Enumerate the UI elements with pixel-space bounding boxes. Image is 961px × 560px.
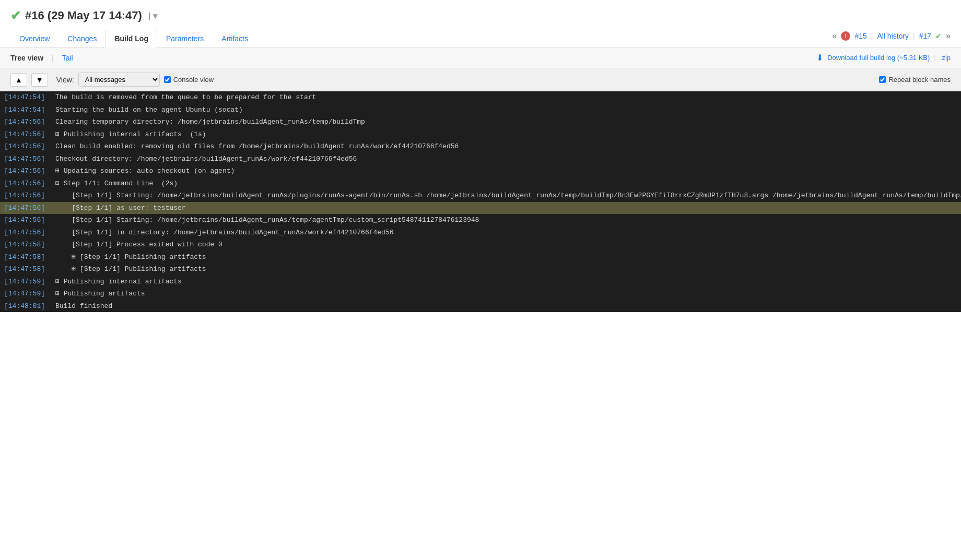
log-timestamp: [14:47:56] bbox=[4, 166, 51, 176]
log-line: [14:47:54]Starting the build on the agen… bbox=[0, 104, 961, 116]
log-content-text: ⊞ Publishing internal artifacts bbox=[55, 277, 182, 287]
log-timestamp: [14:47:58] bbox=[4, 264, 51, 275]
download-icon: ⬇ bbox=[816, 53, 823, 63]
log-timestamp: [14:47:56] bbox=[4, 117, 51, 127]
log-timestamp: [14:47:58] bbox=[4, 240, 51, 250]
log-line: [14:47:56] [Step 1/1] in directory: /hom… bbox=[0, 227, 961, 239]
build-navigation: « ! #15 | All history | #17 ✔ » bbox=[833, 31, 951, 45]
nav-separator-1: | bbox=[871, 32, 873, 40]
log-content-text: ⊞ Publishing artifacts bbox=[55, 289, 145, 299]
log-content-text: ⊞ Updating sources: auto checkout (on ag… bbox=[55, 166, 235, 176]
log-line: [14:47:59]⊞ Publishing internal artifact… bbox=[0, 276, 961, 288]
log-content-text: [Step 1/1] Starting: /home/jetbrains/bui… bbox=[55, 215, 479, 225]
tab-overview[interactable]: Overview bbox=[10, 30, 58, 47]
log-line: [14:47:56]⊟ Step 1/1: Command Line (2s) bbox=[0, 177, 961, 190]
log-timestamp: [14:47:58] bbox=[4, 252, 51, 263]
log-content-text: ⊞ [Step 1/1] Publishing artifacts bbox=[55, 264, 206, 275]
log-line: [14:47:54]The build is removed from the … bbox=[0, 91, 961, 104]
log-content-text: [Step 1/1] in directory: /home/jetbrains… bbox=[55, 228, 394, 238]
log-line: [14:47:59]⊞ Publishing artifacts bbox=[0, 288, 961, 300]
log-timestamp: [14:47:59] bbox=[4, 277, 51, 287]
log-toolbar: Tree view | Tail ⬇ Download full build l… bbox=[0, 47, 961, 68]
log-content-text: Starting the build on the agent Ubuntu (… bbox=[55, 105, 243, 115]
log-line: [14:47:56]Clean build enabled: removing … bbox=[0, 140, 961, 153]
log-line: [14:47:56]Clearing temporary directory: … bbox=[0, 116, 961, 128]
log-content-text: [Step 1/1] Process exited with code 0 bbox=[55, 240, 222, 250]
log-line: [14:47:56]⊞ Updating sources: auto check… bbox=[0, 165, 961, 177]
log-timestamp: [14:47:56] bbox=[4, 154, 51, 164]
log-content-text: The build is removed from the queue to b… bbox=[55, 92, 316, 103]
tab-bar: Overview Changes Build Log Parameters Ar… bbox=[10, 29, 257, 47]
log-content-text: Checkout directory: /home/jetbrains/buil… bbox=[55, 154, 357, 164]
next-arrow[interactable]: » bbox=[946, 31, 951, 41]
next-build-link[interactable]: #17 bbox=[919, 32, 931, 40]
toolbar-sep-2: | bbox=[934, 54, 935, 62]
pipe-dropdown[interactable]: | ▾ bbox=[148, 11, 157, 21]
log-timestamp: [14:47:54] bbox=[4, 105, 51, 115]
log-content-text: Clean build enabled: removing old files … bbox=[55, 141, 459, 152]
build-status-icon: ✔ bbox=[10, 8, 21, 23]
tab-parameters[interactable]: Parameters bbox=[157, 30, 213, 47]
tab-artifacts[interactable]: Artifacts bbox=[213, 30, 257, 47]
log-line: [14:47:58] ⊞ [Step 1/1] Publishing artif… bbox=[0, 263, 961, 276]
log-timestamp: [14:47:56] bbox=[4, 203, 51, 213]
console-view-checkbox-label[interactable]: Console view bbox=[164, 76, 214, 84]
tail-link[interactable]: Tail bbox=[62, 54, 73, 62]
log-timestamp: [14:47:59] bbox=[4, 289, 51, 299]
build-title-text: #16 (29 May 17 14:47) bbox=[25, 9, 142, 22]
log-content-text: ⊟ Step 1/1: Command Line (2s) bbox=[55, 178, 178, 189]
repeat-block-names-text: Repeat block names bbox=[888, 76, 951, 84]
view-select[interactable]: All messages Warnings and errors Errors … bbox=[78, 73, 160, 87]
log-line: [14:47:56]Checkout directory: /home/jetb… bbox=[0, 153, 961, 165]
all-history-link[interactable]: All history bbox=[877, 32, 909, 40]
log-timestamp: [14:47:56] bbox=[4, 190, 51, 201]
log-timestamp: [14:48:01] bbox=[4, 301, 51, 312]
next-build-success-icon: ✔ bbox=[935, 32, 942, 40]
toolbar-sep: | bbox=[52, 54, 54, 62]
log-line: [14:47:58] [Step 1/1] Process exited wit… bbox=[0, 239, 961, 251]
log-area: [14:47:54]The build is removed from the … bbox=[0, 91, 961, 312]
log-line: [14:47:56] [Step 1/1] as user: testuser bbox=[0, 202, 961, 215]
console-view-checkbox[interactable] bbox=[164, 76, 171, 83]
repeat-block-names-label[interactable]: Repeat block names bbox=[879, 76, 951, 84]
log-timestamp: [14:47:56] bbox=[4, 141, 51, 152]
error-badge: ! bbox=[841, 31, 850, 41]
download-log-link[interactable]: Download full build log (~5.31 KB) bbox=[827, 54, 930, 62]
console-view-label: Console view bbox=[173, 76, 214, 84]
log-line: [14:48:01]Build finished bbox=[0, 300, 961, 313]
tab-changes[interactable]: Changes bbox=[58, 30, 106, 47]
log-content-text: Build finished bbox=[55, 301, 112, 312]
repeat-block-names-checkbox[interactable] bbox=[879, 76, 886, 83]
log-timestamp: [14:47:54] bbox=[4, 92, 51, 103]
log-line: [14:47:56]⊞ Publishing internal artifact… bbox=[0, 128, 961, 141]
tree-view-link[interactable]: Tree view bbox=[10, 54, 43, 62]
filter-bar: ▲ ▼ View: All messages Warnings and erro… bbox=[0, 68, 961, 91]
scroll-down-button[interactable]: ▼ bbox=[31, 73, 48, 87]
prev-arrow[interactable]: « bbox=[833, 31, 837, 41]
build-date: (29 May 17 14:47) bbox=[48, 9, 142, 22]
log-timestamp: [14:47:56] bbox=[4, 215, 51, 225]
log-line: [14:47:56] [Step 1/1] Starting: /home/je… bbox=[0, 189, 961, 202]
log-line: [14:47:56] [Step 1/1] Starting: /home/je… bbox=[0, 214, 961, 227]
log-content-text: ⊞ [Step 1/1] Publishing artifacts bbox=[55, 252, 206, 263]
log-content-text: ⊞ Publishing internal artifacts (1s) bbox=[55, 129, 206, 140]
view-label: View: bbox=[56, 76, 74, 84]
log-line: [14:47:58] ⊞ [Step 1/1] Publishing artif… bbox=[0, 251, 961, 264]
log-content-text: Clearing temporary directory: /home/jetb… bbox=[55, 117, 365, 127]
nav-separator-2: | bbox=[913, 32, 915, 40]
log-timestamp: [14:47:56] bbox=[4, 178, 51, 189]
log-timestamp: [14:47:56] bbox=[4, 129, 51, 140]
prev-build-link[interactable]: #15 bbox=[854, 32, 866, 40]
log-content-text: [Step 1/1] as user: testuser bbox=[55, 203, 186, 213]
scroll-up-button[interactable]: ▲ bbox=[10, 73, 27, 87]
tab-build-log[interactable]: Build Log bbox=[106, 30, 157, 47]
zip-link[interactable]: .zip bbox=[940, 54, 951, 62]
log-timestamp: [14:47:56] bbox=[4, 228, 51, 238]
log-content-text: [Step 1/1] Starting: /home/jetbrains/bui… bbox=[55, 190, 961, 201]
